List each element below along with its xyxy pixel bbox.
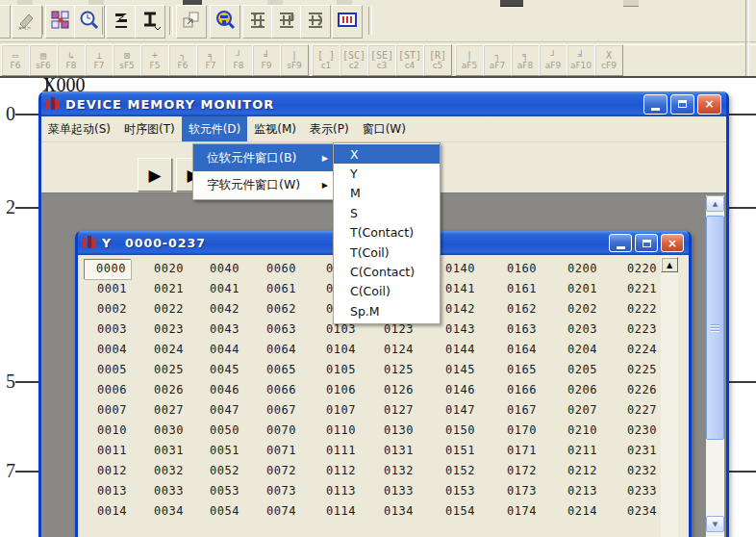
grid-cell[interactable]: 0152 — [445, 464, 490, 478]
grid-cell[interactable]: 0161 — [507, 282, 551, 296]
find-device-button[interactable] — [210, 5, 240, 38]
grid-cell[interactable]: 0030 — [154, 423, 198, 438]
grid-cell[interactable]: 0125 — [384, 363, 428, 377]
grid-cell[interactable]: 0046 — [210, 383, 254, 397]
ladder-symbol-button-F7[interactable]: ╕F7 — [196, 44, 225, 76]
grid-cell[interactable]: 0025 — [154, 363, 198, 377]
submenu-item-X[interactable]: X — [334, 144, 440, 164]
grid-cell[interactable]: 0006 — [97, 383, 141, 397]
grid-cell[interactable]: 0126 — [384, 383, 428, 397]
grid-cell[interactable]: 0127 — [384, 403, 428, 418]
grid-cell[interactable]: 0007 — [97, 403, 141, 418]
device-test-set-button[interactable] — [271, 5, 302, 38]
submenu-item-M[interactable]: M — [334, 184, 440, 203]
grid-cell[interactable]: 0202 — [567, 302, 612, 317]
grid-cell[interactable]: 0071 — [266, 444, 311, 458]
y-maximize-button[interactable] — [635, 234, 658, 252]
grid-cell[interactable]: 0146 — [445, 383, 490, 397]
grid-cell[interactable]: 0165 — [507, 363, 551, 377]
grid-cell[interactable]: 0023 — [154, 322, 198, 337]
grid-cell[interactable]: 0022 — [154, 302, 198, 317]
grid-cell[interactable]: 0010 — [97, 423, 141, 438]
grid-cell[interactable]: 0031 — [154, 444, 198, 458]
grid-cell[interactable]: 0147 — [445, 403, 490, 418]
dmm-menu-表示P[interactable]: 表示(P) — [303, 116, 356, 141]
grid-cell[interactable]: 0104 — [326, 343, 370, 357]
ladder-symbol-button-sF9[interactable]: |sF9 — [280, 44, 309, 76]
grid-cell[interactable]: 0160 — [507, 262, 551, 276]
grid-cell[interactable]: 0024 — [154, 343, 198, 357]
grid-cell[interactable]: 0052 — [210, 464, 254, 478]
grid-cell[interactable]: 0061 — [266, 282, 311, 296]
grid-cell[interactable]: 0045 — [210, 363, 254, 377]
grid-cell[interactable]: 0021 — [154, 282, 198, 296]
grid-cell[interactable]: 0047 — [210, 403, 254, 418]
ladder-symbol-button-F9[interactable]: ╛F9 — [252, 44, 281, 76]
net-grid-button[interactable] — [45, 5, 76, 38]
grid-cell[interactable]: 0171 — [507, 444, 551, 458]
ladder-symbol-button-aF5[interactable]: |aF5 — [455, 44, 484, 76]
grid-cell[interactable]: 0107 — [326, 403, 370, 418]
grid-cell[interactable]: 0003 — [97, 322, 141, 337]
grid-cell[interactable]: 0034 — [154, 504, 198, 519]
grid-cell[interactable]: 0072 — [266, 464, 311, 478]
grid-cell[interactable]: 0130 — [384, 423, 428, 438]
ladder-symbol-button-F7[interactable]: ⊥F7 — [85, 44, 113, 76]
grid-cell[interactable]: 0043 — [210, 322, 254, 337]
submenu-item-S[interactable]: S — [334, 203, 440, 222]
grid-cell[interactable]: 0013 — [97, 484, 141, 499]
grid-cell[interactable]: 0027 — [154, 403, 198, 418]
scroll-thumb[interactable] — [706, 216, 724, 440]
grid-cell[interactable]: 0207 — [567, 403, 612, 418]
grid-cell[interactable]: 0103 — [326, 322, 370, 337]
dmm-maximize-button[interactable] — [670, 94, 694, 115]
ladder-symbol-button-F8[interactable]: ┘F8 — [224, 44, 253, 76]
grid-cell[interactable]: 0213 — [567, 484, 612, 499]
menu-item-位软元件窗口(B)[interactable]: 位软元件窗口(B)▶ — [193, 144, 334, 171]
grid-cell[interactable]: 0014 — [97, 504, 141, 519]
grid-cell[interactable]: 0151 — [445, 444, 490, 458]
grid-cell[interactable]: 0142 — [445, 302, 490, 317]
ladder-symbol-button-c3[interactable]: [SE]c3 — [367, 44, 396, 76]
device-test-up-button[interactable] — [242, 5, 273, 38]
submenu-item-T(Coil)[interactable]: T(Coil) — [334, 243, 440, 262]
y-scroll-up-button[interactable]: ▲ — [661, 257, 678, 272]
submenu-item-C(Contact)[interactable]: C(Contact) — [334, 262, 440, 281]
ladder-symbol-button-c5[interactable]: [R]c5 — [423, 44, 452, 76]
grid-cell[interactable]: 0001 — [97, 282, 141, 296]
grid-cell[interactable]: 0206 — [567, 383, 612, 397]
toolbar-button-partial[interactable] — [0, 5, 11, 38]
grid-cell[interactable]: 0110 — [326, 423, 370, 438]
grid-cell[interactable]: 0011 — [97, 444, 141, 458]
ladder-symbol-button-cF9[interactable]: XcF9 — [594, 44, 623, 76]
grid-cell[interactable]: 0212 — [567, 464, 612, 478]
grid-cell[interactable]: 0070 — [266, 423, 311, 438]
grid-cell[interactable]: 0134 — [384, 504, 428, 519]
monitor-start-button[interactable]: ▶ — [138, 158, 172, 192]
ladder-symbol-button-sF6[interactable]: ▤sF6 — [29, 44, 58, 76]
grid-cell[interactable]: 0053 — [210, 484, 254, 499]
grid-cell[interactable]: 0140 — [445, 262, 490, 276]
grid-cell[interactable]: 0145 — [445, 363, 490, 377]
grid-cell[interactable]: 0154 — [445, 504, 490, 519]
ladder-symbol-button-aF8[interactable]: ╕aF8 — [511, 44, 540, 76]
grid-cell[interactable]: 0211 — [567, 444, 612, 458]
grid-cell[interactable]: 0164 — [507, 343, 551, 357]
grid-cell[interactable]: 0066 — [266, 383, 311, 397]
grid-cell[interactable]: 0214 — [567, 504, 612, 519]
monitor-mode-button[interactable] — [332, 5, 363, 38]
dmm-menu-监视M[interactable]: 监视(M) — [247, 116, 303, 141]
scroll-down-button[interactable]: ▼ — [706, 516, 724, 532]
grid-cell[interactable]: 0065 — [266, 363, 311, 377]
grid-cell[interactable]: 0040 — [210, 262, 254, 276]
grid-cell[interactable]: 0203 — [567, 322, 612, 337]
trace-z-button[interactable] — [106, 5, 137, 38]
dmm-menu-菜单起动S[interactable]: 菜单起动(S) — [41, 116, 117, 141]
grid-cell[interactable]: 0114 — [326, 504, 370, 519]
ladder-symbol-button-F6[interactable]: ┐F6 — [168, 44, 197, 76]
grid-cell[interactable]: 0172 — [507, 464, 551, 478]
edit-delete-button[interactable]: x<> — [12, 5, 42, 38]
dmm-menu-时序图T[interactable]: 时序图(T) — [117, 116, 182, 141]
ladder-symbol-button-aF10[interactable]: ╛aF10 — [567, 44, 595, 76]
zoom-clock-button[interactable] — [74, 5, 105, 38]
